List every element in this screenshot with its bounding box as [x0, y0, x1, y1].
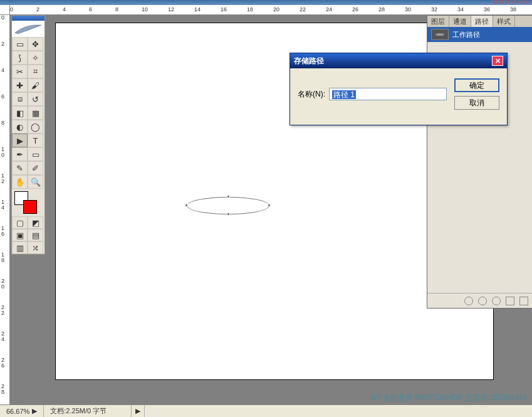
- ok-button[interactable]: 确定: [454, 78, 499, 92]
- tab-channels[interactable]: 通道: [449, 16, 471, 27]
- ruler-tick: 8: [1, 120, 6, 126]
- ruler-tick: 20: [273, 6, 279, 13]
- path-to-selection-icon[interactable]: [492, 297, 501, 305]
- panel-footer: [427, 293, 532, 308]
- watermark-line1: 思缘设计论坛: [461, 0, 529, 5]
- background-color[interactable]: [23, 200, 37, 214]
- new-path-icon[interactable]: [506, 297, 514, 305]
- path-select-tool[interactable]: ▶: [12, 134, 28, 147]
- stroke-path-icon[interactable]: [478, 297, 487, 305]
- stamp-tool[interactable]: ⧇: [12, 92, 28, 106]
- palette-titlebar[interactable]: [12, 16, 44, 21]
- ruler-tick: 28: [1, 384, 6, 395]
- eraser-tool[interactable]: ◧: [12, 106, 28, 120]
- type-tool[interactable]: T: [28, 134, 43, 147]
- anchor-point[interactable]: [227, 213, 230, 216]
- ruler-tick: 24: [326, 6, 332, 13]
- ruler-tick: 16: [221, 6, 227, 13]
- close-icon[interactable]: ✕: [492, 56, 503, 66]
- notes-tool[interactable]: ✎: [12, 161, 28, 175]
- ruler-tick: 4: [63, 6, 66, 13]
- panel-tabs: 图层通道路径样式: [427, 16, 532, 27]
- ruler-tick: 12: [1, 173, 6, 184]
- ruler-tick: 22: [1, 305, 6, 316]
- healing-brush-tool[interactable]: ✚: [12, 78, 28, 92]
- eyedropper-tool[interactable]: ✐: [28, 161, 43, 175]
- name-input[interactable]: 路径 1: [329, 88, 447, 100]
- anchor-point[interactable]: [185, 204, 188, 207]
- ruler-tick: 24: [1, 331, 6, 342]
- path-row[interactable]: 工作路径: [427, 27, 532, 42]
- cancel-button[interactable]: 取消: [454, 96, 499, 110]
- ruler-tick: 18: [1, 252, 6, 263]
- ruler-tick: 26: [1, 357, 6, 369]
- ruler-tick: 6: [89, 6, 92, 13]
- slice-tool[interactable]: ⌗: [28, 65, 43, 78]
- app-menubar-fragment: [0, 0, 532, 5]
- brush-tool[interactable]: 🖌: [28, 78, 43, 92]
- lasso-tool[interactable]: ⟆: [12, 51, 28, 65]
- app-logo: [12, 21, 44, 37]
- gradient-tool[interactable]: ▦: [28, 106, 43, 120]
- zoom-tool[interactable]: 🔍: [28, 175, 43, 189]
- tab-layers[interactable]: 图层: [427, 16, 449, 27]
- ruler-horizontal[interactable]: 02468101214161820222426283032343638: [10, 5, 532, 15]
- dialog-titlebar[interactable]: 存储路径 ✕: [290, 53, 507, 68]
- ruler-origin[interactable]: [0, 5, 10, 15]
- rect-marquee-tool[interactable]: ▭: [12, 37, 28, 51]
- name-label: 名称(N):: [298, 89, 325, 100]
- ruler-tick: 38: [510, 6, 516, 13]
- delete-path-icon[interactable]: [519, 297, 528, 305]
- hand-tool[interactable]: ✋: [12, 175, 28, 189]
- color-swatches[interactable]: [14, 191, 42, 214]
- ruler-tick: 20: [1, 278, 6, 290]
- ruler-tick: 2: [1, 41, 6, 47]
- quickmask-mode-icon[interactable]: ◩: [28, 216, 43, 229]
- tab-paths[interactable]: 路径: [471, 16, 493, 27]
- crop-tool[interactable]: ✂: [12, 65, 28, 78]
- anchor-point[interactable]: [227, 195, 230, 198]
- history-brush-tool[interactable]: ↺: [28, 92, 43, 106]
- dialog-title: 存储路径: [294, 56, 324, 66]
- pen-tool[interactable]: ✒: [12, 147, 28, 161]
- ruler-vertical[interactable]: 0246810121416182022242628: [0, 15, 10, 404]
- tab-styles[interactable]: 样式: [493, 16, 515, 27]
- path-thumbnail: [431, 29, 449, 40]
- anchor-point[interactable]: [268, 204, 271, 207]
- status-bar: 66.67%▶ 文档:2.25M/0 字节 ▶: [0, 404, 532, 417]
- path-ellipse[interactable]: [187, 197, 269, 214]
- ruler-tick: 18: [247, 6, 253, 13]
- ruler-tick: 6: [1, 94, 6, 100]
- ruler-tick: 14: [1, 199, 6, 211]
- ruler-tick: 8: [115, 6, 118, 13]
- ruler-tick: 14: [194, 6, 201, 13]
- magic-wand-tool[interactable]: ✧: [28, 51, 43, 65]
- ruler-tick: 22: [300, 6, 306, 13]
- standard-mode-icon[interactable]: ▢: [12, 216, 28, 229]
- tools-palette: ▭✥⟆✧✂⌗✚🖌⧇↺◧▦◐◯▶T✒▭✎✐✋🔍 ▢◩▣▤▥⤮: [11, 15, 45, 255]
- dodge-tool[interactable]: ◯: [28, 120, 43, 134]
- blur-tool[interactable]: ◐: [12, 120, 28, 134]
- screen-full-icon[interactable]: ▤: [28, 229, 43, 241]
- zoom-level[interactable]: 66.67%▶: [0, 405, 44, 417]
- fill-path-icon[interactable]: [464, 297, 473, 305]
- ruler-tick: 0: [1, 15, 6, 21]
- ruler-tick: 26: [352, 6, 358, 13]
- shape-tool[interactable]: ▭: [28, 147, 43, 161]
- screen-fill-icon[interactable]: ▥: [12, 241, 28, 254]
- ruler-tick: 12: [168, 6, 174, 13]
- ruler-tick: 36: [484, 6, 490, 13]
- doc-size[interactable]: 文档:2.25M/0 字节: [44, 405, 132, 417]
- ruler-tick: 10: [1, 147, 6, 158]
- ruler-tick: 30: [405, 6, 411, 13]
- ruler-tick: 34: [457, 6, 464, 13]
- move-tool[interactable]: ✥: [28, 37, 43, 51]
- screen-std-icon[interactable]: ▣: [12, 229, 28, 241]
- ruler-tick: 2: [36, 6, 39, 13]
- jump-icon[interactable]: ⤮: [28, 241, 43, 254]
- ruler-tick: 16: [1, 226, 6, 237]
- status-popup-icon[interactable]: ▶: [132, 405, 145, 417]
- ruler-tick: 0: [10, 6, 13, 13]
- ruler-tick: 28: [378, 6, 385, 13]
- save-path-dialog: 存储路径 ✕ 名称(N): 路径 1 确定 取消: [289, 53, 508, 125]
